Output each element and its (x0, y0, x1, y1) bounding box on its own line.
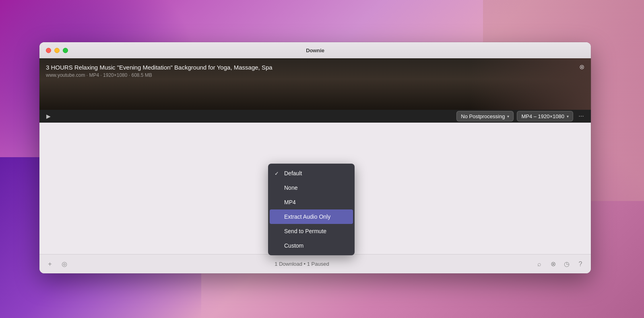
cancel-button[interactable]: ⊗ (549, 260, 557, 268)
add-button[interactable]: + (46, 260, 54, 268)
footer-status: 1 Download • 1 Paused (68, 261, 535, 267)
minimize-button[interactable] (54, 48, 60, 53)
more-button[interactable]: ··· (576, 111, 586, 121)
postprocessing-dropdown[interactable]: No Postprocessing ▾ (456, 111, 514, 121)
footer: + ◎ 1 Download • 1 Paused ⌕ ⊗ ◷ ? (39, 254, 591, 273)
window-title: Downie (306, 47, 324, 53)
search-button[interactable]: ⌕ (535, 260, 543, 268)
postprocessing-label: No Postprocessing (461, 113, 505, 119)
dropdown-item-label: Send to Permute (284, 228, 326, 234)
status-text: 1 Download • 1 Paused (275, 261, 329, 267)
dropdown-item-extract-audio[interactable]: Extract Audio Only (270, 209, 353, 224)
maximize-button[interactable] (63, 48, 68, 53)
titlebar: Downie (39, 42, 591, 58)
format-dropdown[interactable]: MP4 – 1920×1080 ▾ (517, 111, 573, 121)
traffic-lights (46, 48, 68, 53)
format-label: MP4 – 1920×1080 (521, 113, 564, 119)
postprocessing-dropdown-menu: ✓DefaultNoneMP4Extract Audio OnlySend to… (268, 164, 355, 255)
controls-right: No Postprocessing ▾ MP4 – 1920×1080 ▾ ··… (456, 111, 586, 121)
video-meta: www.youtube.com · MP4 · 1920×1080 · 608.… (46, 72, 571, 78)
play-button[interactable]: ▶ (44, 112, 52, 120)
dropdown-item-label: Custom (284, 242, 303, 249)
dropdown-item-label: Default (284, 170, 302, 176)
format-chevron-icon: ▾ (567, 114, 569, 119)
compass-button[interactable]: ◎ (60, 260, 68, 268)
dropdown-item-label: MP4 (284, 199, 296, 205)
dropdown-item-mp4[interactable]: MP4 (268, 195, 355, 209)
dropdown-item-none[interactable]: None (268, 181, 355, 195)
video-controls: ▶ No Postprocessing ▾ MP4 – 1920×1080 ▾ … (39, 110, 591, 123)
footer-left: + ◎ (46, 260, 68, 268)
footer-right: ⌕ ⊗ ◷ ? (535, 260, 584, 268)
dropdown-item-label: None (284, 185, 297, 191)
close-button[interactable] (46, 48, 51, 53)
help-button[interactable]: ? (576, 260, 584, 268)
postprocessing-chevron-icon: ▾ (507, 114, 509, 119)
dropdown-item-send-permute[interactable]: Send to Permute (268, 224, 355, 238)
checkmark-icon: ✓ (275, 170, 281, 176)
video-close-button[interactable]: ⊗ (577, 62, 586, 71)
dropdown-item-custom[interactable]: Custom (268, 238, 355, 253)
video-area: 3 HOURS Relaxing Music "Evening Meditati… (39, 58, 591, 123)
dropdown-item-default[interactable]: ✓Default (268, 166, 355, 181)
history-button[interactable]: ◷ (563, 260, 571, 268)
app-window: Downie 3 HOURS Relaxing Music "Evening M… (39, 42, 591, 273)
video-info: 3 HOURS Relaxing Music "Evening Meditati… (46, 64, 571, 78)
video-thumbnail: 3 HOURS Relaxing Music "Evening Meditati… (39, 58, 591, 111)
dropdown-item-label: Extract Audio Only (284, 213, 330, 220)
video-title: 3 HOURS Relaxing Music "Evening Meditati… (46, 64, 571, 71)
